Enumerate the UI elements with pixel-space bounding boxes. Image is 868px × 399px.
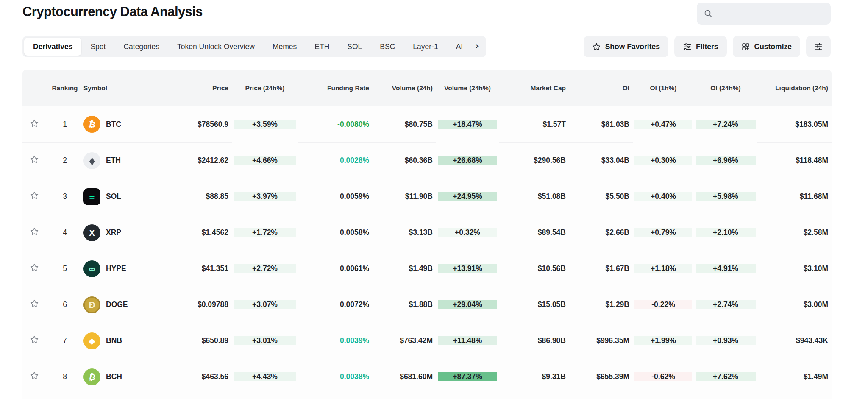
customize-button[interactable]: Customize <box>733 36 800 57</box>
symbol-cell: ◆ETH <box>83 142 156 179</box>
filters-button[interactable]: Filters <box>674 36 727 57</box>
tab-token-unlock-overview[interactable]: Token Unlock Overview <box>168 38 264 56</box>
table-row[interactable]: 1₿BTC$78560.9+3.59%-0.0080%$80.75B+18.47… <box>22 106 832 142</box>
favorite-star-icon[interactable] <box>30 335 39 344</box>
oi-1h-pct-cell <box>633 395 694 399</box>
column-header-oi-24h-[interactable]: OI (24h%) <box>694 70 757 106</box>
table-row[interactable]: 4XXRP$1.4562+1.72%0.0058%$3.13B+0.32%$89… <box>22 215 832 251</box>
tab-layer-1[interactable]: Layer-1 <box>404 38 447 56</box>
favorite-star-icon[interactable] <box>30 119 39 128</box>
customize-grid-icon <box>741 42 750 51</box>
adjust-columns-button[interactable] <box>806 36 831 57</box>
filter-sliders-icon <box>683 42 692 51</box>
oi-1h-pct-cell: -0.62% <box>633 359 694 395</box>
column-header-volume-24h-[interactable]: Volume (24h%) <box>436 70 499 106</box>
volume-24h-pct-cell: +11.48% <box>436 323 499 359</box>
tab-ai[interactable]: AI <box>447 38 472 56</box>
market-cap-cell: $89.54B <box>499 215 569 251</box>
favorite-star-icon[interactable] <box>30 227 39 236</box>
funding-rate-cell: 0.0061% <box>298 251 373 287</box>
oi-cell: $996.35M <box>569 323 633 359</box>
tab-eth[interactable]: ETH <box>306 38 338 56</box>
bnb-icon: ◆ <box>83 332 100 349</box>
table-row[interactable]: 7◆BNB$650.89+3.01%0.0039%$763.42M+11.48%… <box>22 323 832 359</box>
table-row[interactable]: 6ÐDOGE$0.09788+3.07%0.0072%$1.88B+29.04%… <box>22 287 832 323</box>
page-header: Cryptocurrency Data Analysis <box>0 0 868 26</box>
volume-24h-pct-cell <box>436 395 499 399</box>
price-cell: $78560.9 <box>156 106 232 142</box>
volume-24h-cell: $1.49B <box>373 251 436 287</box>
table-row-partial[interactable] <box>22 395 832 399</box>
volume-24h-cell: $11.90B <box>373 179 436 215</box>
xrp-icon: X <box>83 224 100 241</box>
oi-cell: $2.66B <box>569 215 633 251</box>
oi-1h-pct-cell: +1.18% <box>633 251 694 287</box>
liquidation-24h-cell: $1.49M <box>757 359 832 395</box>
search-box[interactable] <box>697 3 831 25</box>
price-cell: $650.89 <box>156 323 232 359</box>
market-cap-cell: $9.31B <box>499 359 569 395</box>
market-cap-cell: $290.56B <box>499 142 569 179</box>
tab-sol[interactable]: SOL <box>338 38 371 56</box>
price-cell: $88.85 <box>156 179 232 215</box>
volume-24h-cell <box>373 395 436 399</box>
column-header-price-24h-[interactable]: Price (24h%) <box>232 70 298 106</box>
column-header-funding-rate[interactable]: Funding Rate <box>298 70 373 106</box>
favorite-star-icon[interactable] <box>30 299 39 308</box>
volume-24h-cell: $60.36B <box>373 142 436 179</box>
liquidation-24h-cell: $943.43K <box>757 323 832 359</box>
customize-label: Customize <box>754 42 792 51</box>
column-header-price[interactable]: Price <box>156 70 232 106</box>
column-header-ranking[interactable]: Ranking <box>46 70 83 106</box>
symbol-cell <box>83 395 156 399</box>
symbol-cell: ₿BCH <box>83 359 156 395</box>
volume-24h-cell: $681.60M <box>373 359 436 395</box>
volume-24h-pct-cell: +18.47% <box>436 106 499 142</box>
column-header-oi-1h-[interactable]: OI (1h%) <box>633 70 694 106</box>
favorite-cell <box>22 359 46 395</box>
rank-cell: 6 <box>46 287 83 323</box>
toolbar-buttons: Show Favorites Filters Customize <box>584 36 831 57</box>
market-cap-cell: $51.08B <box>499 179 569 215</box>
column-header-liquidation-24h-[interactable]: Liquidation (24h) <box>757 70 832 106</box>
star-outline-icon <box>592 42 601 51</box>
oi-cell: $5.50B <box>569 179 633 215</box>
search-input[interactable] <box>717 9 824 18</box>
rank-cell: 7 <box>46 323 83 359</box>
table-row[interactable]: 3≡SOL$88.85+3.97%0.0059%$11.90B+24.95%$5… <box>22 179 832 215</box>
favorite-cell <box>22 287 46 323</box>
rank-cell: 4 <box>46 215 83 251</box>
tab-memes[interactable]: Memes <box>264 38 306 56</box>
favorite-star-icon[interactable] <box>30 155 39 164</box>
oi-24h-pct-cell: +7.62% <box>694 359 757 395</box>
market-cap-cell: $1.57T <box>499 106 569 142</box>
favorite-star-icon[interactable] <box>30 371 39 380</box>
price-cell: $0.09788 <box>156 287 232 323</box>
tab-derivatives[interactable]: Derivatives <box>24 38 81 56</box>
rank-cell: 8 <box>46 359 83 395</box>
table-row[interactable]: 2◆ETH$2412.62+4.66%0.0028%$60.36B+26.68%… <box>22 142 832 179</box>
oi-cell: $655.39M <box>569 359 633 395</box>
table-header-row: RankingSymbolPricePrice (24h%)Funding Ra… <box>22 70 832 106</box>
liquidation-24h-cell: $3.10M <box>757 251 832 287</box>
table-row[interactable]: 8₿BCH$463.56+4.43%0.0038%$681.60M+87.37%… <box>22 359 832 395</box>
volume-24h-pct-cell: +87.37% <box>436 359 499 395</box>
tab-spot[interactable]: Spot <box>81 38 114 56</box>
price-cell <box>156 395 232 399</box>
show-favorites-button[interactable]: Show Favorites <box>584 36 668 57</box>
volume-24h-pct-cell: +29.04% <box>436 287 499 323</box>
column-header-market-cap[interactable]: Market Cap <box>499 70 569 106</box>
column-header-symbol[interactable]: Symbol <box>83 70 156 106</box>
table-row[interactable]: 5∞HYPE$41.351+2.72%0.0061%$1.49B+13.91%$… <box>22 251 832 287</box>
liquidation-24h-cell: $118.48M <box>757 142 832 179</box>
price-24h-pct-cell: +4.43% <box>232 359 298 395</box>
favorite-star-icon[interactable] <box>30 263 39 272</box>
tab-bsc[interactable]: BSC <box>371 38 404 56</box>
favorite-star-icon[interactable] <box>30 191 39 200</box>
tab-categories[interactable]: Categories <box>114 38 168 56</box>
favorite-cell <box>22 215 46 251</box>
column-header-oi[interactable]: OI <box>569 70 633 106</box>
chevron-right-icon[interactable]: › <box>472 41 484 53</box>
oi-1h-pct-cell: +0.79% <box>633 215 694 251</box>
column-header-volume-24h-[interactable]: Volume (24h) <box>373 70 436 106</box>
